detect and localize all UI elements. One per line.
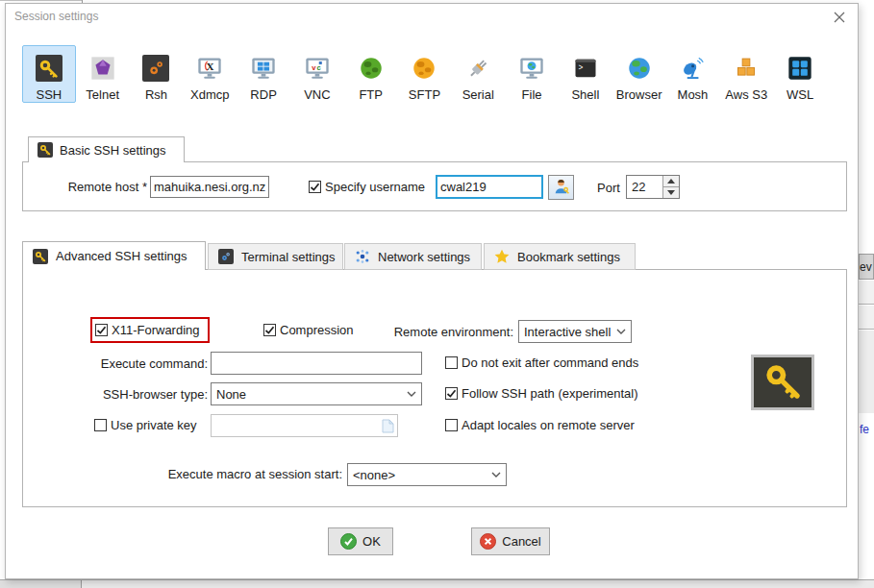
tab-advanced-label: Advanced SSH settings [56, 249, 187, 263]
session-type-xdmcp[interactable]: X Xdmcp [183, 45, 237, 103]
remote-host-input[interactable] [150, 176, 269, 198]
tab-basic-ssh-settings[interactable]: Basic SSH settings [28, 136, 185, 162]
close-button[interactable] [829, 9, 850, 28]
session-type-wsl[interactable]: WSL [773, 45, 827, 103]
port-spinner[interactable]: 22 [626, 175, 680, 199]
chevron-down-icon [407, 391, 416, 398]
port-down-button[interactable] [663, 187, 679, 198]
vnc-monitor-icon: vc [303, 54, 332, 83]
ok-label: OK [362, 534, 381, 549]
adapt-locales-checkbox[interactable]: Adapt locales on remote server [445, 418, 635, 432]
cancel-label: Cancel [502, 534, 540, 549]
checkbox-unchecked-icon [445, 419, 458, 431]
session-type-telnet[interactable]: Telnet [76, 45, 130, 103]
port-label: Port [597, 181, 620, 195]
port-spin-buttons [662, 176, 679, 198]
ssh-browser-type-value: None [216, 387, 246, 402]
session-type-shell[interactable]: > Shell [559, 45, 612, 103]
cancel-x-icon [480, 533, 496, 550]
session-type-label: SSH [37, 88, 62, 101]
background-button-fragment[interactable]: ev [859, 254, 874, 280]
session-type-ssh[interactable]: SSH [22, 45, 76, 103]
session-type-label: WSL [787, 88, 813, 101]
follow-ssh-path-checkbox[interactable]: Follow SSH path (experimental) [445, 386, 638, 401]
remote-host-label: Remote host * [32, 180, 147, 194]
port-up-button[interactable] [663, 176, 679, 187]
checkbox-checked-icon [263, 324, 276, 336]
background-field-fragment [859, 281, 874, 305]
port-value[interactable]: 22 [627, 176, 662, 198]
chevron-down-icon [616, 329, 626, 335]
ssh-browser-type-select[interactable]: None [211, 382, 422, 405]
session-type-sftp[interactable]: SFTP [398, 45, 452, 103]
checkbox-checked-icon [445, 387, 458, 400]
tab-advanced-ssh-settings[interactable]: Advanced SSH settings [22, 241, 206, 270]
compression-checkbox[interactable]: Compression [263, 323, 354, 337]
svg-text:>: > [578, 63, 583, 72]
session-type-vnc[interactable]: vc VNC [290, 45, 344, 103]
execute-command-label: Execute command: [87, 356, 208, 371]
session-type-rdp[interactable]: RDP [237, 45, 290, 103]
no-exit-checkbox[interactable]: Do not exit after command ends [445, 355, 638, 370]
ok-button[interactable]: OK [328, 527, 393, 555]
specify-username-label: Specify username [325, 180, 425, 194]
private-key-input[interactable] [211, 414, 398, 437]
specify-username-checkbox[interactable]: Specify username [309, 180, 425, 194]
follow-ssh-path-label: Follow SSH path (experimental) [462, 386, 638, 401]
session-type-label: Xdmcp [190, 88, 229, 101]
tab-network-settings[interactable]: Network settings [344, 243, 482, 270]
session-type-label: SFTP [409, 88, 440, 101]
browser-globe-icon [625, 54, 654, 83]
session-type-file[interactable]: File [505, 45, 559, 103]
close-icon [834, 12, 845, 26]
chevron-down-icon [491, 472, 501, 478]
dialog-title: Session settings [14, 10, 98, 23]
session-type-label: Telnet [86, 88, 119, 101]
cancel-button[interactable]: Cancel [471, 527, 550, 555]
svg-text:c: c [316, 63, 320, 72]
compression-label: Compression [280, 323, 354, 337]
session-type-serial[interactable]: Serial [451, 45, 505, 103]
terminal-gears-icon [218, 249, 234, 264]
tab-network-label: Network settings [378, 250, 470, 264]
remote-environment-value: Interactive shell [524, 325, 611, 339]
session-type-rsh[interactable]: Rsh [130, 45, 184, 103]
key-icon [37, 142, 53, 158]
tab-basic-label: Basic SSH settings [60, 143, 166, 158]
spin-up-icon [667, 179, 675, 184]
checkbox-unchecked-icon [445, 356, 458, 369]
tab-bookmark-settings[interactable]: Bookmark settings [484, 243, 636, 270]
adapt-locales-label: Adapt locales on remote server [462, 418, 635, 432]
file-monitor-icon [517, 54, 546, 83]
session-type-ftp[interactable]: FTP [344, 45, 398, 103]
session-type-label: Shell [571, 88, 599, 101]
ftp-globe-icon [357, 54, 386, 83]
remote-environment-label: Remote environment: [386, 325, 513, 339]
network-dots-icon [355, 249, 370, 264]
session-type-label: VNC [304, 88, 330, 101]
session-type-mosh[interactable]: Mosh [666, 45, 720, 103]
session-type-label: Aws S3 [725, 88, 767, 101]
bookmark-star-icon [494, 249, 510, 264]
background-field-fragment [859, 306, 874, 330]
execute-command-input[interactable] [211, 352, 422, 375]
session-type-browser[interactable]: Browser [612, 45, 666, 103]
ok-check-icon [340, 533, 357, 550]
tab-terminal-settings[interactable]: Terminal settings [208, 243, 343, 270]
wsl-windows-icon [786, 54, 814, 83]
session-type-label: Mosh [678, 88, 709, 101]
session-type-aws-s3[interactable]: Aws S3 [719, 45, 773, 103]
session-type-label: FTP [359, 88, 383, 101]
document-icon [382, 419, 394, 433]
background-link-fragment[interactable]: fe [860, 423, 869, 436]
ssh-key-icon [35, 54, 63, 83]
execute-macro-select[interactable]: <none> [347, 463, 507, 486]
shell-terminal-icon: > [571, 54, 600, 83]
credentials-button[interactable] [548, 175, 574, 200]
username-input[interactable] [436, 175, 543, 199]
x11-forwarding-checkbox[interactable]: X11-Forwarding [95, 323, 200, 337]
execute-macro-value: <none> [353, 468, 395, 482]
remote-environment-select[interactable]: Interactive shell [518, 320, 632, 343]
use-private-key-checkbox[interactable]: Use private key [94, 418, 197, 432]
spin-down-icon [667, 190, 675, 195]
